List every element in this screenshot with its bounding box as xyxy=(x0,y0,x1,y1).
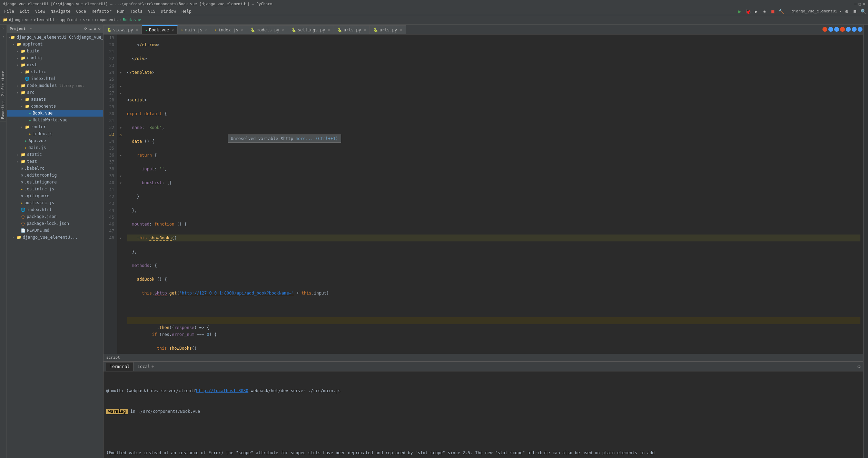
menu-code[interactable]: Code xyxy=(73,8,89,15)
tree-config[interactable]: ▸ 📁 config xyxy=(7,54,103,61)
terminal-add-btn[interactable]: + xyxy=(151,364,154,369)
tree-router-index[interactable]: ▸ index.js xyxy=(7,130,103,137)
icon-circle-1[interactable] xyxy=(822,27,827,32)
icon-circle-4[interactable] xyxy=(840,27,845,32)
tab-views-py[interactable]: 🐍 views.py ✕ xyxy=(103,25,142,34)
tree-app-vue[interactable]: ▸ App.vue xyxy=(7,137,103,144)
menu-view[interactable]: View xyxy=(32,8,48,15)
project-settings-icon[interactable]: ⚙ xyxy=(94,27,96,31)
tree-test[interactable]: ▸ 📁 test xyxy=(7,158,103,165)
tree-components[interactable]: ▾ 📁 components xyxy=(7,103,103,110)
tree-appfront[interactable]: ▾ 📁 appfront xyxy=(7,41,103,48)
menu-edit[interactable]: Edit xyxy=(17,8,32,15)
coverage-button[interactable]: ▶ xyxy=(753,8,760,15)
project-sync-icon[interactable]: ⟳ xyxy=(84,27,87,31)
menu-run[interactable]: Run xyxy=(114,8,127,15)
tab-settings-py[interactable]: 🐍 settings.py ✕ xyxy=(288,25,334,34)
tree-dist[interactable]: ▾ 📁 dist xyxy=(7,61,103,68)
tab-models-py[interactable]: 🐍 models.py ✕ xyxy=(247,25,288,34)
vertical-tab-structure[interactable]: 2: Structure xyxy=(0,69,6,98)
tree-dist-index[interactable]: 🌐 index.html xyxy=(7,75,103,82)
menu-navigate[interactable]: Navigate xyxy=(48,8,73,15)
icon-circle-5[interactable] xyxy=(846,27,851,32)
profile-button[interactable]: ◈ xyxy=(761,8,768,15)
tab-book-vue[interactable]: ▸ Book.vue ✕ xyxy=(142,25,178,34)
close-btn[interactable]: ✕ xyxy=(863,2,865,6)
close-models-py[interactable]: ✕ xyxy=(282,28,284,32)
tree-build[interactable]: ▸ 📁 build xyxy=(7,48,103,54)
icon-circle-6[interactable] xyxy=(852,27,857,32)
close-urls-py-2[interactable]: ✕ xyxy=(400,28,402,32)
close-book-vue[interactable]: ✕ xyxy=(172,28,174,32)
sidebar-favorites-icon[interactable]: ★ xyxy=(1,34,5,40)
terminal-link-1[interactable]: http://localhost:8080 xyxy=(196,388,248,393)
stop-button[interactable]: ■ xyxy=(769,8,776,15)
sidebar-project-icon[interactable]: P xyxy=(1,26,5,31)
minimize-btn[interactable]: ─ xyxy=(854,2,857,6)
tree-dist-static[interactable]: ▸ 📁 static xyxy=(7,68,103,75)
tree-gitignore[interactable]: ⚙ .gitignore xyxy=(7,192,103,199)
tree-babelrc[interactable]: ⚙ .babelrc xyxy=(7,165,103,172)
close-settings-py[interactable]: ✕ xyxy=(328,28,330,32)
tree-postcss[interactable]: ▸ postcssrc.js xyxy=(7,199,103,206)
breadcrumb-src[interactable]: src xyxy=(83,18,90,22)
menu-tools[interactable]: Tools xyxy=(127,8,145,15)
maximize-btn[interactable]: □ xyxy=(859,2,861,6)
tree-src[interactable]: ▾ 📁 src xyxy=(7,89,103,96)
tree-assets[interactable]: ▸ 📁 assets xyxy=(7,96,103,103)
menu-help[interactable]: Help xyxy=(179,8,194,15)
code-editor[interactable]: 19 20 21 22 23 24 25 26 27 28 29 30 31 3… xyxy=(103,34,863,354)
fold-btn-26[interactable]: ▾ xyxy=(120,84,122,88)
tab-index-js[interactable]: ▸ index.js ✕ xyxy=(211,25,247,34)
breadcrumb-appfront[interactable]: appfront xyxy=(60,18,78,22)
tree-index-html[interactable]: 🌐 index.html xyxy=(7,206,103,213)
tree-package-lock[interactable]: {} package-lock.json xyxy=(7,220,103,227)
tab-main-js[interactable]: ▸ main.js ✕ xyxy=(178,25,211,34)
tab-urls-py-2[interactable]: 🐍 urls.py ✕ xyxy=(370,25,406,34)
terminal-icon[interactable]: ⊞ xyxy=(851,8,858,15)
tree-eslintrc[interactable]: ▸ .eslintrc.js xyxy=(7,186,103,192)
fold-btn-36[interactable]: ▾ xyxy=(120,153,122,157)
fold-btn-48[interactable]: ▾ xyxy=(120,236,122,240)
tree-router[interactable]: ▾ 📁 router xyxy=(7,123,103,130)
project-collapse-icon[interactable]: ≡ xyxy=(89,27,92,31)
menu-refactor[interactable]: Refactor xyxy=(89,8,114,15)
terminal-content[interactable]: @ multi (webpack)-dev-server/client?http… xyxy=(103,371,863,458)
terminal-tab-local[interactable]: Terminal xyxy=(106,362,134,371)
close-urls-py-1[interactable]: ✕ xyxy=(364,28,366,32)
fold-btn-39[interactable]: ▾ xyxy=(120,174,122,178)
code-content[interactable]: </el-row> </div> </template> <script> ex… xyxy=(124,34,863,354)
tree-node-modules[interactable]: ▸ 📁 node_modules library root xyxy=(7,82,103,89)
terminal-settings-icon[interactable]: ⚙ xyxy=(858,364,860,369)
menu-file[interactable]: File xyxy=(1,8,17,15)
tree-editorconfig[interactable]: ⚙ .editorconfig xyxy=(7,172,103,179)
fold-btn-24[interactable]: ▾ xyxy=(120,71,122,74)
run-button[interactable]: ▶ xyxy=(736,8,743,15)
tree-helloworld[interactable]: ▸ HelloWorld.vue xyxy=(7,117,103,123)
project-selector[interactable]: django_vue_elementUi ▾ xyxy=(791,9,842,13)
vertical-tab-favorites[interactable]: Favorites xyxy=(0,98,6,121)
debug-button[interactable]: 🐞 xyxy=(744,8,751,15)
tree-book-vue[interactable]: ▸ Book.vue xyxy=(7,110,103,117)
close-index-js[interactable]: ✕ xyxy=(241,28,244,32)
menu-vcs[interactable]: VCS xyxy=(145,8,158,15)
icon-circle-3[interactable] xyxy=(834,27,839,32)
tree-static[interactable]: ▸ 📁 static xyxy=(7,151,103,158)
settings-icon[interactable]: ⚙ xyxy=(843,8,850,15)
fold-btn-27[interactable]: ▾ xyxy=(120,91,122,95)
icon-circle-7[interactable] xyxy=(858,27,862,32)
right-scrollbar[interactable] xyxy=(863,25,868,458)
build-button[interactable]: 🔨 xyxy=(778,8,785,15)
close-main-js[interactable]: ✕ xyxy=(205,28,208,32)
project-gear-icon[interactable]: ⚙ xyxy=(98,27,100,31)
tree-eslintignore[interactable]: ⚙ .eslintignore xyxy=(7,179,103,186)
breadcrumb-project[interactable]: django_vue_elementUi xyxy=(9,18,55,22)
fold-btn-32[interactable]: ▾ xyxy=(120,126,122,130)
search-icon[interactable]: 🔍 xyxy=(860,8,867,15)
project-dropdown-icon[interactable]: ▾ xyxy=(30,27,32,31)
close-views-py[interactable]: ✕ xyxy=(136,28,138,32)
breadcrumb-file[interactable]: Book.vue xyxy=(123,18,141,22)
tab-urls-py-1[interactable]: 🐍 urls.py ✕ xyxy=(334,25,370,34)
tree-root[interactable]: ▾ 📁 django_vue_elementUi C:\django_vue_e… xyxy=(7,34,103,41)
tree-readme[interactable]: 📄 README.md xyxy=(7,227,103,234)
